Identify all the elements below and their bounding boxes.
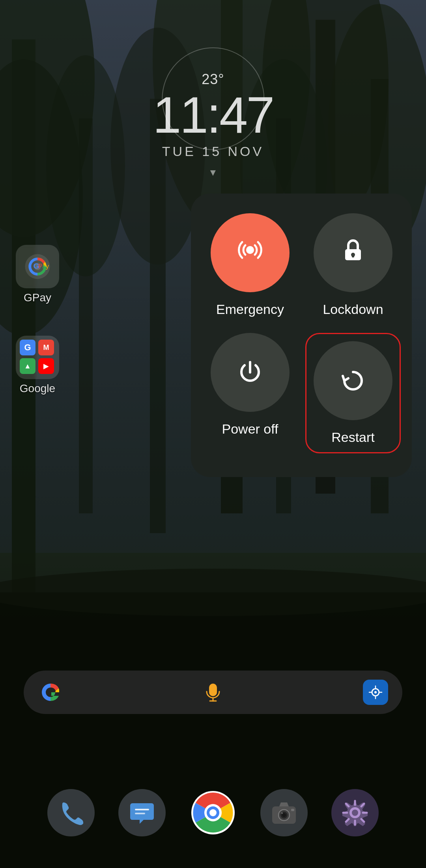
svg-rect-46 xyxy=(291,809,294,811)
gpay-app[interactable]: G P a y GPay xyxy=(16,245,59,304)
gpay-logo-icon: G P a y xyxy=(24,253,51,280)
messages-app[interactable] xyxy=(118,789,166,836)
chrome-app[interactable] xyxy=(189,789,237,836)
voice-search-icon[interactable] xyxy=(201,680,225,704)
power-icon xyxy=(236,358,264,387)
restart-button[interactable]: Restart xyxy=(305,333,401,453)
svg-rect-29 xyxy=(352,254,354,257)
power-off-button[interactable]: Power off xyxy=(211,333,290,453)
left-dock-apps: G P a y GPay G M ▲ ▶ Google xyxy=(16,245,59,395)
svg-rect-39 xyxy=(135,809,149,810)
emergency-button[interactable]: Emergency xyxy=(211,213,290,317)
lockdown-button[interactable]: Lockdown xyxy=(305,213,401,317)
clock-widget: 23° 11:47 TUE 15 NOV ▼ xyxy=(153,71,273,178)
svg-text:y: y xyxy=(46,263,49,270)
clock-ring xyxy=(162,47,264,150)
lock-icon xyxy=(339,236,367,270)
svg-point-50 xyxy=(281,812,283,814)
phone-icon xyxy=(58,799,84,826)
gpay-icon-container[interactable]: G P a y xyxy=(16,245,59,288)
svg-point-34 xyxy=(374,691,377,693)
gpay-label: GPay xyxy=(24,291,51,304)
power-off-circle[interactable] xyxy=(211,333,290,412)
emergency-circle[interactable] xyxy=(211,213,290,292)
restart-circle[interactable] xyxy=(314,341,392,420)
phone-app[interactable] xyxy=(47,789,95,836)
google-cluster-icon: G M ▲ ▶ xyxy=(20,340,55,375)
lens-icon[interactable] xyxy=(363,680,388,705)
signal-icon xyxy=(234,234,266,271)
emergency-label: Emergency xyxy=(216,302,284,317)
google-g-icon xyxy=(38,680,63,705)
chrome-icon xyxy=(190,789,236,836)
svg-text:P: P xyxy=(38,263,43,270)
svg-point-44 xyxy=(209,809,217,816)
messages-icon xyxy=(129,799,155,826)
lockdown-label: Lockdown xyxy=(323,302,383,317)
restart-label: Restart xyxy=(331,430,375,445)
settings-app[interactable] xyxy=(331,789,379,836)
svg-point-26 xyxy=(246,246,254,254)
camera-app[interactable] xyxy=(260,789,308,836)
restart-icon xyxy=(339,366,367,395)
search-bar[interactable] xyxy=(24,671,402,714)
power-off-label: Power off xyxy=(222,421,278,437)
settings-icon xyxy=(342,799,368,826)
svg-rect-40 xyxy=(135,813,145,814)
camera-icon xyxy=(271,799,297,826)
svg-point-49 xyxy=(282,813,286,817)
google-app[interactable]: G M ▲ ▶ Google xyxy=(16,336,59,395)
power-menu: Emergency Lockdown Pow xyxy=(191,194,412,477)
bottom-dock xyxy=(47,789,379,836)
chevron-down-icon: ▼ xyxy=(153,167,273,178)
google-label: Google xyxy=(20,382,55,395)
google-icon-container[interactable]: G M ▲ ▶ xyxy=(16,336,59,379)
lockdown-circle[interactable] xyxy=(314,213,392,292)
svg-text:a: a xyxy=(42,263,46,270)
